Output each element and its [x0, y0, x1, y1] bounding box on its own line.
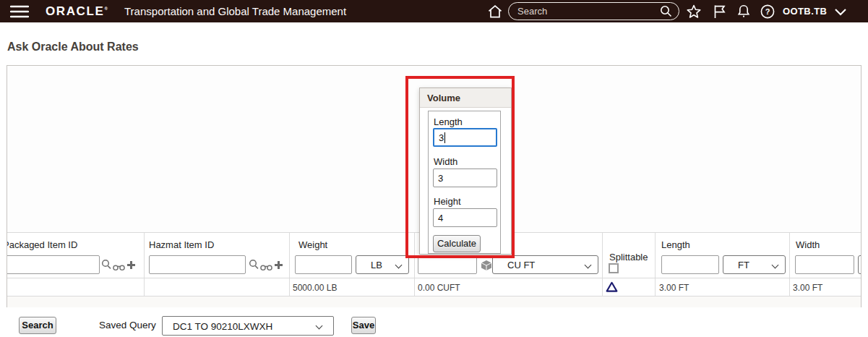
chevron-down-icon: [585, 262, 592, 269]
width-unit-select[interactable]: [858, 255, 861, 274]
width-field-label: Width: [434, 156, 457, 167]
col-label-weight: Weight: [298, 239, 327, 250]
add-icon[interactable]: [126, 260, 136, 273]
popup-width-input[interactable]: 3: [433, 168, 497, 187]
column-divider: [655, 278, 656, 296]
text-caret: [444, 132, 445, 143]
col-label-packaged-item-id: Packaged Item ID: [7, 239, 77, 250]
screen: ORACLE® Transportation and Global Trade …: [0, 0, 868, 337]
add-icon[interactable]: [274, 260, 283, 273]
length-input[interactable]: [661, 255, 719, 274]
help-icon[interactable]: ?: [759, 3, 776, 23]
glasses-icon[interactable]: [113, 261, 125, 274]
col-label-length: Length: [661, 239, 690, 250]
popup-fieldset: Length 3 Width 3 Height 4 Calculate: [428, 111, 501, 254]
column-divider: [655, 233, 656, 278]
flag-icon[interactable]: [711, 3, 729, 23]
global-search-input[interactable]: Search: [508, 2, 679, 20]
home-icon[interactable]: [486, 3, 504, 23]
volume-input[interactable]: [418, 255, 477, 274]
splittable-checkbox[interactable]: [609, 263, 619, 273]
table-footer-strip: [7, 297, 861, 307]
weight-input[interactable]: [295, 255, 352, 274]
chevron-down-icon: [772, 262, 779, 269]
column-divider: [414, 233, 415, 278]
column-divider: [789, 278, 790, 296]
search-placeholder: Search: [509, 6, 659, 17]
app-title: Transportation and Global Trade Manageme…: [124, 5, 346, 17]
column-divider: [414, 278, 415, 296]
volume-value: 0.00 CUFT: [418, 283, 460, 293]
weight-unit-select[interactable]: LB: [356, 255, 409, 274]
hamburger-menu-icon[interactable]: [10, 4, 29, 22]
volume-popup: Volume Length 3 Width 3 Height 4 Calcula…: [419, 88, 512, 255]
search-button[interactable]: Search: [19, 317, 56, 334]
favorites-star-icon[interactable]: [685, 3, 702, 23]
registered-mark: ®: [104, 7, 107, 11]
hazmat-item-id-input[interactable]: [149, 255, 246, 274]
width-value: 3.00 FT: [793, 283, 822, 293]
column-divider: [289, 233, 290, 278]
column-divider: [144, 233, 145, 278]
popup-height-input[interactable]: 4: [433, 208, 497, 227]
saved-query-select[interactable]: DC1 TO 90210LXWXH: [162, 316, 334, 336]
chevron-down-icon: [395, 262, 403, 269]
column-divider: [602, 233, 603, 278]
col-label-hazmat-item-id: Hazmat Item ID: [149, 239, 214, 250]
column-divider: [144, 278, 145, 296]
glasses-icon[interactable]: [260, 261, 272, 274]
column-divider: [789, 233, 790, 278]
calculate-button[interactable]: Calculate: [433, 235, 481, 252]
column-divider: [289, 278, 290, 296]
chevron-down-icon[interactable]: [831, 3, 850, 23]
length-unit-select[interactable]: FT: [723, 255, 786, 274]
notifications-bell-icon[interactable]: [735, 3, 752, 23]
user-menu-label[interactable]: OOTB.TB: [783, 6, 827, 17]
chevron-down-icon: [316, 323, 323, 330]
column-divider: [602, 278, 603, 296]
height-field-label: Height: [434, 196, 461, 207]
splittable-triangle-icon: [605, 281, 619, 297]
popup-length-input[interactable]: 3: [433, 128, 497, 147]
svg-text:?: ?: [765, 7, 770, 16]
save-button[interactable]: Save: [351, 317, 376, 334]
cube-icon[interactable]: [481, 260, 492, 274]
oracle-logo: ORACLE®: [46, 4, 108, 19]
top-bar: ORACLE® Transportation and Global Trade …: [0, 0, 868, 22]
col-label-width: Width: [796, 239, 820, 250]
packaged-item-id-input[interactable]: [7, 255, 100, 274]
length-value: 3.00 FT: [659, 283, 689, 293]
saved-query-label: Saved Query: [99, 320, 156, 330]
weight-value: 5000.00 LB: [293, 283, 337, 293]
table-row[interactable]: 5000.00 LB 0.00 CUFT 3.00 FT 3.00 FT: [7, 278, 861, 297]
volume-unit-select[interactable]: CU FT: [492, 255, 598, 274]
length-field-label: Length: [434, 116, 463, 127]
search-lookup-icon[interactable]: [249, 259, 259, 273]
width-input[interactable]: [795, 255, 854, 274]
search-icon[interactable]: [659, 4, 673, 18]
page-title: Ask Oracle About Rates: [7, 40, 139, 54]
search-lookup-icon[interactable]: [101, 259, 112, 273]
col-label-splittable: Splittable: [609, 252, 648, 263]
popup-title: Volume: [420, 88, 511, 108]
